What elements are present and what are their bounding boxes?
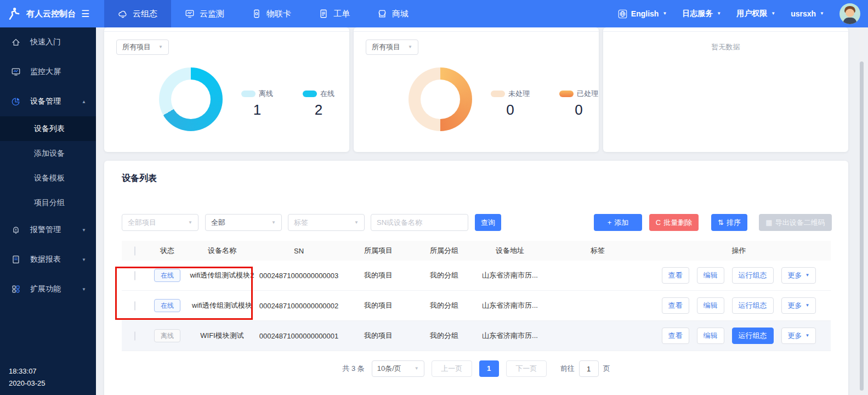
row-checkbox[interactable] xyxy=(134,331,135,341)
device-address: 山东省济南市历... xyxy=(472,270,548,280)
run-scada-button[interactable]: 运行组态 xyxy=(732,297,774,314)
more-button[interactable]: 更多 ▼ xyxy=(781,297,816,314)
device-list-panel: 设备列表 全部项目 ▼ 全部 ▼ 标签 ▼ 查询 + 添加 C 批量删除 ⇅ 排… xyxy=(104,161,848,395)
sidebar-item-data-reports[interactable]: 数据报表 ▼ xyxy=(0,245,96,274)
select-all-checkbox[interactable] xyxy=(134,246,135,256)
search-input[interactable] xyxy=(371,214,468,231)
sort-label: 排序 xyxy=(727,218,741,228)
device-management-submenu: 设备列表 添加设备 设备模板 项目分组 xyxy=(0,116,96,215)
sort-button[interactable]: ⇅ 排序 xyxy=(711,214,747,231)
tag-filter-select[interactable]: 标签 ▼ xyxy=(288,214,365,231)
view-button[interactable]: 查看 xyxy=(662,297,689,314)
alarm-card: 所有项目 ▼ 未处理 0 已处理 0 xyxy=(354,27,599,152)
table-row: 离线 WIFI模块测试 00024871000000000001 我的项目 我的… xyxy=(122,321,831,351)
view-button[interactable]: 查看 xyxy=(662,267,689,284)
scrollbar-thumb[interactable] xyxy=(860,61,864,391)
add-device-button[interactable]: + 添加 xyxy=(594,214,642,231)
processed-count: 0 xyxy=(559,101,598,119)
sidebar-subitem-device-list[interactable]: 设备列表 xyxy=(0,116,96,141)
device-address: 山东省济南市历... xyxy=(472,301,548,311)
tab-cloud-monitor[interactable]: 云监测 xyxy=(171,0,238,27)
tab-mall[interactable]: 商城 xyxy=(364,0,422,27)
sidebar-item-label: 设备管理 xyxy=(30,97,61,106)
page-size-value: 10条/页 xyxy=(377,364,401,374)
device-name: wifi透传组测试模块 xyxy=(186,301,258,311)
language-switcher[interactable]: English ▼ xyxy=(618,9,667,19)
project-filter-select[interactable]: 全部项目 ▼ xyxy=(122,214,198,231)
chevron-down-icon: ▼ xyxy=(188,221,192,225)
tag-filter-placeholder: 标签 xyxy=(294,218,308,228)
chevron-down-icon: ▼ xyxy=(820,12,824,16)
batch-delete-button[interactable]: C 批量删除 xyxy=(649,214,699,231)
topbar: 有人云控制台 ☰ 云组态 云监测 物联卡 工单 xyxy=(0,0,868,27)
page-size-select[interactable]: 10条/页 ▼ xyxy=(372,360,424,377)
log-service-menu[interactable]: 日志服务 ▼ xyxy=(682,9,721,19)
avatar-body xyxy=(843,18,856,24)
goto-page-input[interactable] xyxy=(579,360,599,377)
chevron-down-icon: ▼ xyxy=(408,45,412,49)
device-group: 我的分组 xyxy=(417,270,472,280)
menu-collapse-icon[interactable]: ☰ xyxy=(81,9,89,19)
summary-cards: 所有项目 ▼ 离线 1 在线 2 所有项目 ▼ xyxy=(104,27,848,152)
table-row: 在线 wifi透传组测试模块 00024871000000000002 我的项目… xyxy=(122,291,831,321)
sidebar-subitem-add-device[interactable]: 添加设备 xyxy=(0,141,96,166)
device-sn: 00024871000000000002 xyxy=(258,302,340,310)
sidebar-subitem-device-template[interactable]: 设备模板 xyxy=(0,166,96,190)
alarm-card-project-select[interactable]: 所有项目 ▼ xyxy=(366,40,418,55)
run-scada-button[interactable]: 运行组态 xyxy=(732,328,774,344)
more-button[interactable]: 更多 ▼ xyxy=(781,267,816,284)
run-scada-button[interactable]: 运行组态 xyxy=(732,267,774,284)
row-checkbox[interactable] xyxy=(134,271,135,280)
add-label: 添加 xyxy=(614,218,628,228)
device-name: wifi透传组测试模块2 xyxy=(186,270,258,280)
current-page-button[interactable]: 1 xyxy=(479,360,499,377)
globe-icon xyxy=(618,9,627,19)
sidebar-subitem-project-group[interactable]: 项目分组 xyxy=(0,190,96,215)
edit-button[interactable]: 编辑 xyxy=(697,297,724,314)
type-filter-select[interactable]: 全部 ▼ xyxy=(205,214,282,231)
usr-logo-icon xyxy=(7,7,21,21)
export-qr-button[interactable]: ▦ 导出设备二维码 xyxy=(759,214,832,231)
apps-grid-icon xyxy=(11,284,21,294)
row-checkbox[interactable] xyxy=(134,301,135,311)
chevron-up-icon: ▲ xyxy=(82,99,86,104)
online-count: 2 xyxy=(303,101,334,119)
next-page-button[interactable]: 下一页 xyxy=(506,360,547,377)
tab-work-order[interactable]: 工单 xyxy=(305,0,364,27)
status-badge: 在线 xyxy=(154,299,180,312)
col-project: 所属项目 xyxy=(340,246,417,256)
prev-page-button[interactable]: 上一页 xyxy=(432,360,472,377)
tab-iot-card[interactable]: 物联卡 xyxy=(238,0,305,27)
status-badge: 离线 xyxy=(154,329,180,342)
home-icon xyxy=(11,37,21,47)
pagination: 共 3 条 10条/页 ▼ 上一页 1 下一页 前往 页 xyxy=(122,360,831,377)
chevron-down-icon: ▼ xyxy=(805,273,810,278)
edit-button[interactable]: 编辑 xyxy=(697,328,724,344)
sidebar-item-monitor-screen[interactable]: 监控大屏 xyxy=(0,57,96,87)
edit-button[interactable]: 编辑 xyxy=(697,267,724,284)
more-button[interactable]: 更多 ▼ xyxy=(781,328,816,344)
card-divider xyxy=(104,31,349,32)
tab-cloud-scada[interactable]: 云组态 xyxy=(104,0,171,27)
legend-item-unprocessed: 未处理 0 xyxy=(491,89,530,119)
tab-label: 商城 xyxy=(392,9,409,19)
card-divider xyxy=(603,31,848,32)
sidebar-item-alarm-management[interactable]: 报警管理 ▼ xyxy=(0,215,96,245)
user-permission-menu[interactable]: 用户权限 ▼ xyxy=(736,9,775,19)
shop-icon xyxy=(377,9,387,19)
sidebar-item-quick-start[interactable]: 快速入门 xyxy=(0,27,96,57)
sidebar-clock: 18:33:07 2020-03-25 xyxy=(9,365,46,390)
legend-label: 已处理 xyxy=(577,89,598,99)
query-button[interactable]: 查询 xyxy=(475,214,501,231)
device-project: 我的项目 xyxy=(340,270,417,280)
account-menu[interactable]: usrsxh ▼ xyxy=(791,9,824,18)
sidebar-item-device-management[interactable]: 设备管理 ▲ xyxy=(0,87,96,116)
status-card-project-select[interactable]: 所有项目 ▼ xyxy=(116,40,169,55)
tab-label: 物联卡 xyxy=(266,9,291,19)
clock-time: 18:33:07 xyxy=(9,365,46,377)
view-button[interactable]: 查看 xyxy=(662,328,689,344)
device-address: 山东省济南市历... xyxy=(472,331,548,341)
sidebar-item-extended-functions[interactable]: 扩展功能 ▼ xyxy=(0,274,96,304)
avatar[interactable] xyxy=(839,3,860,24)
legend-item-online: 在线 2 xyxy=(303,89,334,119)
